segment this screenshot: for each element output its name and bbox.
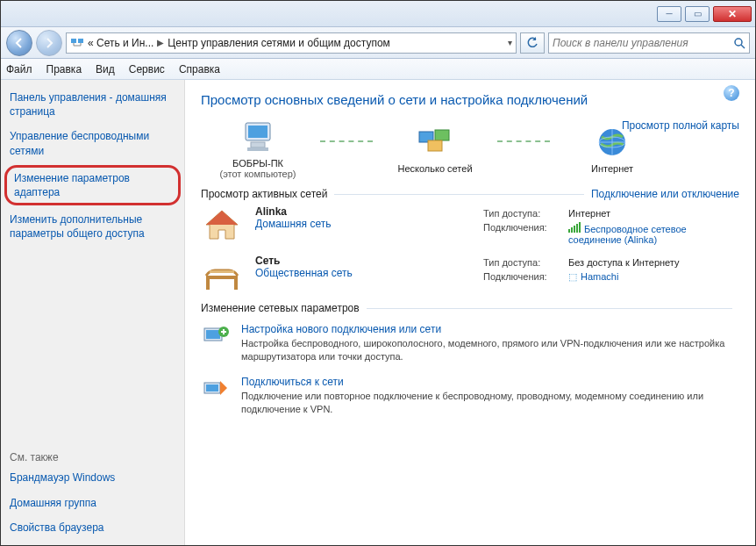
network-type-link[interactable]: Общественная сеть [255,267,466,279]
svg-rect-13 [206,279,210,290]
main-panel: ? Просмотр основных сведений о сети и на… [185,80,755,545]
svg-rect-8 [435,130,449,140]
content-body: Панель управления - домашняя страница Уп… [1,80,755,545]
task-description: Подключение или повторное подключение к … [241,390,739,416]
svg-rect-14 [234,279,238,290]
refresh-button[interactable] [520,32,545,54]
address-bar[interactable]: « Сеть и Ин... ▶ Центр управления сетями… [66,32,517,54]
node-label: Несколько сетей [397,163,472,174]
search-icon[interactable] [733,37,745,49]
sidebar-firewall[interactable]: Брандмауэр Windows [10,471,175,485]
sidebar-adapter-settings[interactable]: Изменение параметров адаптера [14,171,171,199]
sidebar-wireless[interactable]: Управление беспроводными сетями [10,129,175,157]
map-node-networks: Несколько сетей [378,125,492,174]
menu-help[interactable]: Справка [179,63,220,75]
computer-icon [239,119,277,154]
multiple-networks-icon [416,125,454,160]
svg-rect-20 [206,384,218,392]
back-button[interactable] [6,30,32,56]
section-title: Изменение сетевых параметров [201,302,360,314]
network-entry-set: Сеть Общественная сеть Тип доступа: Без … [201,255,739,293]
connection-link[interactable]: Беспроводное сетевое соединение (Alinka) [568,224,687,245]
refresh-icon [526,37,538,49]
sidebar: Панель управления - домашняя страница Уп… [1,80,185,545]
minimize-button[interactable]: ─ [657,6,681,22]
dropdown-icon[interactable]: ▾ [508,38,512,47]
nav-toolbar: « Сеть и Ин... ▶ Центр управления сетями… [1,27,755,59]
arrow-right-icon [43,37,55,49]
connect-network-icon [201,376,231,404]
svg-rect-6 [247,147,268,151]
map-connector [497,140,550,142]
network-center-icon [70,36,84,50]
svg-point-2 [735,39,742,46]
breadcrumb-part[interactable]: Центр управления сетями и общим доступом [168,37,390,49]
breadcrumb-part[interactable]: « Сеть и Ин... [88,37,153,49]
label-connections: Подключения: [480,270,563,284]
menu-view[interactable]: Вид [96,63,115,75]
view-full-map-link[interactable]: Просмотр полной карты [622,119,739,132]
page-title: Просмотр основных сведений о сети и наст… [201,92,739,107]
new-connection-icon [201,323,231,351]
task-connect-network: Подключиться к сети Подключение или повт… [201,376,739,416]
node-label: БОБРЫ-ПК [232,158,283,169]
network-name: Сеть [255,255,466,267]
menu-edit[interactable]: Правка [46,63,82,75]
section-change-settings: Изменение сетевых параметров [201,302,739,314]
adapter-icon: ⬚ [568,271,577,282]
connection-link[interactable]: Hamachi [581,271,618,282]
svg-rect-1 [78,39,83,43]
svg-rect-12 [206,276,238,279]
see-also-header: См. также [10,451,175,463]
sidebar-home[interactable]: Панель управления - домашняя страница [10,90,175,119]
search-input[interactable] [553,37,733,49]
home-network-icon [201,205,243,244]
svg-rect-5 [251,142,265,147]
map-connector [320,140,373,142]
chevron-right-icon: ▶ [157,38,164,47]
network-type-link[interactable]: Домашняя сеть [255,218,466,230]
arrow-left-icon [13,37,25,49]
network-name: Alinka [255,205,466,218]
label-connections: Подключения: [480,221,563,246]
section-active-networks: Просмотр активных сетей Подключение или … [201,188,739,200]
node-label: Интернет [591,163,633,174]
highlight-annotation: Изменение параметров адаптера [4,165,181,205]
titlebar: ─ ▭ ✕ [1,1,755,27]
task-title-link[interactable]: Настройка нового подключения или сети [241,323,739,335]
access-value: Без доступа к Интернету [565,256,738,269]
label-access: Тип доступа: [480,207,563,219]
svg-rect-15 [210,270,234,273]
window: ─ ▭ ✕ « Сеть и Ин... ▶ Центр управления … [0,0,756,546]
access-value: Интернет [565,207,738,219]
map-node-internet: Интернет [555,125,669,174]
svg-rect-9 [428,140,442,151]
forward-button[interactable] [36,30,62,56]
section-title: Просмотр активных сетей [201,188,327,200]
wifi-signal-icon [568,222,581,233]
task-new-connection: Настройка нового подключения или сети На… [201,323,739,363]
sidebar-homegroup[interactable]: Домашняя группа [10,496,175,510]
menu-file[interactable]: Файл [6,63,32,75]
menubar: Файл Правка Вид Сервис Справка [1,59,755,80]
menu-tools[interactable]: Сервис [129,63,165,75]
public-network-icon [201,255,243,293]
svg-rect-4 [248,126,267,138]
label-access: Тип доступа: [480,256,563,269]
svg-rect-0 [71,39,76,43]
node-sublabel: (этот компьютер) [219,169,296,179]
sidebar-browser-props[interactable]: Свойства браузера [10,521,175,535]
connect-disconnect-link[interactable]: Подключение или отключение [591,188,739,200]
task-description: Настройка беспроводного, широкополосного… [241,337,739,363]
map-node-this-pc: БОБРЫ-ПК (этот компьютер) [201,119,315,179]
task-title-link[interactable]: Подключиться к сети [241,376,739,388]
help-icon[interactable]: ? [724,85,739,101]
close-button[interactable]: ✕ [713,6,752,22]
sidebar-advanced-sharing[interactable]: Изменить дополнительные параметры общего… [10,212,175,241]
network-entry-alinka: Alinka Домашняя сеть Тип доступа: Интерн… [201,205,739,248]
search-box[interactable] [548,32,750,54]
svg-rect-17 [206,330,220,339]
maximize-button[interactable]: ▭ [685,6,710,22]
network-map: БОБРЫ-ПК (этот компьютер) Несколько сете… [201,119,739,179]
